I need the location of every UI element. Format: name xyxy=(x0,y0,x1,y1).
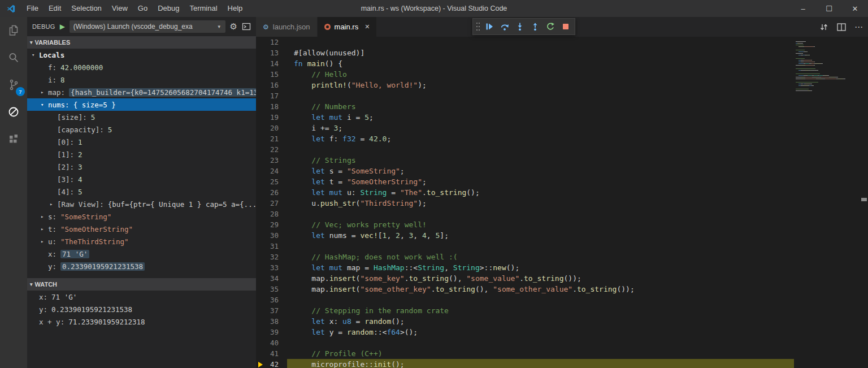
variable-row[interactable]: ▸map:{hash_builder={k0=14752605682704174… xyxy=(27,86,256,98)
gutter[interactable]: 27 xyxy=(256,198,287,209)
menu-go[interactable]: Go xyxy=(133,0,153,17)
code-line[interactable]: 13#[allow(unused)] xyxy=(256,47,868,58)
code-line[interactable]: 29 // Vec; works pretty well! xyxy=(256,219,868,230)
variable-row[interactable]: [3]:4 xyxy=(27,173,256,185)
code-line[interactable]: 37 // Stepping in the random crate xyxy=(256,305,868,316)
gutter[interactable]: 33 xyxy=(256,262,287,273)
code-line[interactable]: 28 xyxy=(256,209,868,219)
gutter[interactable]: 34 xyxy=(256,273,287,284)
code-line[interactable]: 14fn main() { xyxy=(256,58,868,69)
start-debug-icon[interactable]: ▶ xyxy=(60,23,65,31)
watch-expression-row[interactable]: x:71 'G' xyxy=(27,291,256,303)
menu-selection[interactable]: Selection xyxy=(66,0,106,17)
gutter[interactable]: 42 xyxy=(256,359,287,368)
code-line[interactable]: 41 // Profile (C++) xyxy=(256,348,868,359)
gutter[interactable]: 32 xyxy=(256,252,287,262)
code-line[interactable]: 25 let t = "SomeOtherString"; xyxy=(256,176,868,187)
gutter[interactable]: 41 xyxy=(256,348,287,359)
sidebar-item-debug[interactable] xyxy=(0,98,27,125)
editor-scrollbar[interactable] xyxy=(860,37,868,368)
gutter[interactable]: 35 xyxy=(256,284,287,295)
variable-row[interactable]: [4]:5 xyxy=(27,185,256,198)
code-line[interactable]: 30 let nums = vec![1, 2, 3, 4, 5]; xyxy=(256,230,868,241)
gutter[interactable]: 20 xyxy=(256,123,287,133)
gutter[interactable]: 40 xyxy=(256,337,287,348)
gutter[interactable]: 14 xyxy=(256,58,287,69)
step-out-button[interactable] xyxy=(527,19,542,34)
gutter[interactable]: 31 xyxy=(256,241,287,252)
gutter[interactable]: 28 xyxy=(256,209,287,219)
variable-row[interactable]: [capacity]:5 xyxy=(27,123,256,136)
tab-main.rs[interactable]: main.rs✕ xyxy=(318,17,377,37)
variable-row[interactable]: i:8 xyxy=(27,73,256,86)
code-line[interactable]: 20 i += 3; xyxy=(256,123,868,133)
gutter[interactable]: 16 xyxy=(256,80,287,90)
gutter[interactable]: 26 xyxy=(256,187,287,198)
variable-row[interactable]: [size]:5 xyxy=(27,111,256,123)
code-line[interactable]: 38 let x: u8 = random(); xyxy=(256,316,868,327)
gutter[interactable]: 17 xyxy=(256,90,287,101)
code-line[interactable]: 32 // HashMap; does not work well :( xyxy=(256,252,868,262)
gutter[interactable]: 39 xyxy=(256,327,287,337)
debug-console-icon[interactable] xyxy=(242,22,251,31)
code-line[interactable]: 24 let s = "SomeString"; xyxy=(256,166,868,176)
code-line[interactable]: 15 // Hello xyxy=(256,69,868,80)
code-line[interactable]: 34 map.insert("some_key".to_string(), "s… xyxy=(256,273,868,284)
configure-gear-icon[interactable]: ⚙ xyxy=(230,21,237,32)
compare-changes-icon[interactable] xyxy=(819,23,828,32)
sidebar-item-explorer[interactable] xyxy=(0,17,27,44)
minimap[interactable] xyxy=(796,37,859,91)
gutter[interactable]: 38 xyxy=(256,316,287,327)
gutter[interactable]: 37 xyxy=(256,305,287,316)
code-line[interactable]: 12 xyxy=(256,37,868,47)
variable-row[interactable]: [2]:3 xyxy=(27,161,256,173)
code-line[interactable]: 26 let mut u: String = "The".to_string()… xyxy=(256,187,868,198)
code-line[interactable]: 18 // Numbers xyxy=(256,101,868,112)
variable-row[interactable]: ▸s:"SomeString" xyxy=(27,210,256,223)
twisty-right-icon[interactable]: ▸ xyxy=(41,226,48,232)
gutter[interactable]: 18 xyxy=(256,101,287,112)
restart-button[interactable] xyxy=(542,19,558,34)
close-button[interactable]: ✕ xyxy=(842,0,868,17)
code-line[interactable]: 21 let f: f32 = 42.0; xyxy=(256,133,868,144)
variable-row[interactable]: x:71 'G' xyxy=(27,248,256,260)
gutter[interactable]: 30 xyxy=(256,230,287,241)
code-line[interactable]: 33 let mut map = HashMap::<String, Strin… xyxy=(256,262,868,273)
code-line[interactable]: 40 xyxy=(256,337,868,348)
variable-row[interactable]: ▸u:"TheThirdString" xyxy=(27,235,256,248)
twisty-right-icon[interactable]: ▸ xyxy=(41,89,48,95)
variables-section-header[interactable]: ▾ VARIABLES xyxy=(27,36,256,49)
minimize-button[interactable]: – xyxy=(790,0,816,17)
more-actions-icon[interactable]: ⋯ xyxy=(854,22,863,32)
toolbar-drag-handle-icon[interactable] xyxy=(475,19,481,34)
variable-row[interactable]: ▸t:"SomeOtherString" xyxy=(27,223,256,235)
maximize-button[interactable]: ☐ xyxy=(816,0,842,17)
variable-row[interactable]: ▾nums:{ size=5 } xyxy=(27,98,256,111)
gutter[interactable]: 36 xyxy=(256,295,287,305)
gutter[interactable]: 19 xyxy=(256,112,287,123)
code-line[interactable]: 31 xyxy=(256,241,868,252)
watch-expression-row[interactable]: y:0.23390195921231538 xyxy=(27,303,256,315)
twisty-right-icon[interactable]: ▸ xyxy=(41,239,48,244)
code-line[interactable]: 16 println!("Hello, world!"); xyxy=(256,80,868,90)
step-into-button[interactable] xyxy=(512,19,527,34)
menu-file[interactable]: File xyxy=(21,0,44,17)
gutter[interactable]: 22 xyxy=(256,144,287,155)
gutter[interactable]: 23 xyxy=(256,155,287,166)
variable-row[interactable]: f:42.0000000 xyxy=(27,61,256,73)
variable-row[interactable]: [0]:1 xyxy=(27,136,256,148)
code-line[interactable]: 35 map.insert("some_other_key".to_string… xyxy=(256,284,868,295)
code-line[interactable]: 23 // Strings xyxy=(256,155,868,166)
code-line[interactable]: 39 let y = random::<f64>(); xyxy=(256,327,868,337)
code-line[interactable]: 17 xyxy=(256,90,868,101)
twisty-down-icon[interactable]: ▾ xyxy=(32,52,39,58)
variable-row[interactable]: [1]:2 xyxy=(27,148,256,161)
menu-help[interactable]: Help xyxy=(223,0,248,17)
gutter[interactable]: 29 xyxy=(256,219,287,230)
gutter[interactable]: 24 xyxy=(256,166,287,176)
menu-terminal[interactable]: Terminal xyxy=(184,0,222,17)
split-editor-icon[interactable] xyxy=(837,23,846,31)
menu-view[interactable]: View xyxy=(107,0,133,17)
menu-edit[interactable]: Edit xyxy=(44,0,66,17)
variable-row[interactable]: y:0.23390195921231538 xyxy=(27,260,256,272)
